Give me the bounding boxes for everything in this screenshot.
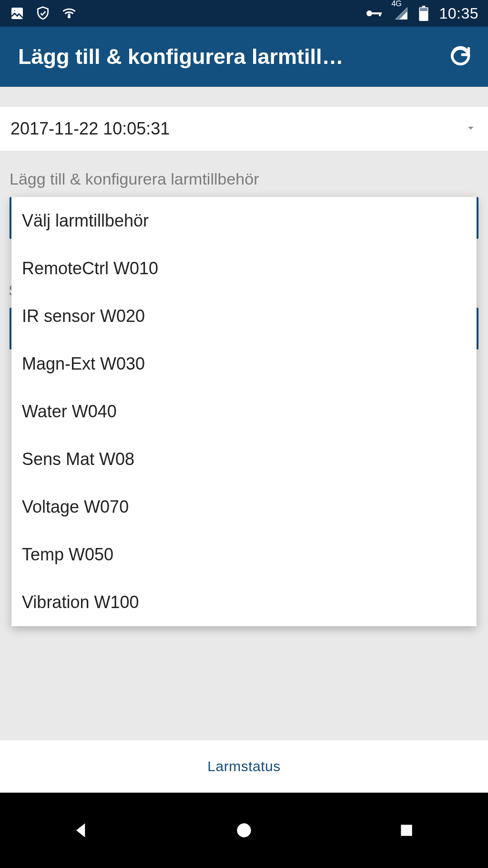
svg-rect-8 — [420, 8, 427, 11]
vpn-key-icon — [365, 8, 384, 19]
dropdown-option-label: IR sensor W020 — [22, 306, 145, 326]
screen-root: 4G 10:35 Lägg till & konfigurera larmtil… — [0, 0, 488, 868]
dropdown-option-label: Voltage W070 — [22, 497, 129, 517]
app-bar: Lägg till & konfigurera larmtill… — [0, 27, 488, 87]
dropdown-option-label: Temp W050 — [22, 545, 113, 565]
dropdown-option-label: Sens Mat W08 — [22, 449, 134, 469]
dropdown-option-label: RemoteCtrl W010 — [22, 258, 158, 279]
spacer — [0, 87, 488, 107]
svg-rect-7 — [422, 6, 425, 7]
page-title: Lägg till & konfigurera larmtill… — [18, 44, 447, 69]
dropdown-option[interactable]: RemoteCtrl W010 — [11, 245, 477, 292]
wifi-lock-icon — [61, 5, 77, 21]
svg-point-1 — [13, 10, 16, 12]
system-nav-bar — [0, 793, 488, 868]
status-time: 10:35 — [439, 5, 478, 22]
dropdown-option[interactable]: Sens Mat W08 — [11, 435, 477, 483]
section-label: Lägg till & konfigurera larmtillbehör — [0, 151, 488, 197]
dropdown-option[interactable]: Voltage W070 — [11, 483, 477, 531]
dropdown-option[interactable]: Water W040 — [11, 388, 477, 435]
image-icon — [10, 6, 25, 21]
svg-rect-10 — [401, 825, 412, 836]
dropdown-option-label: Vibration W100 — [22, 592, 139, 612]
svg-rect-2 — [68, 15, 71, 18]
timestamp-row[interactable]: 2017-11-22 10:05:31 — [0, 107, 488, 151]
status-right: 4G 10:35 — [365, 5, 478, 22]
svg-rect-0 — [11, 8, 23, 19]
back-button[interactable] — [34, 806, 129, 854]
status-left — [10, 5, 77, 21]
bottom-nav-label: Larmstatus — [207, 758, 280, 775]
accessory-dropdown: Välj larmtillbehör RemoteCtrl W010 IR se… — [11, 197, 477, 626]
status-bar: 4G 10:35 — [0, 0, 488, 27]
dropdown-option[interactable]: Magn-Ext W030 — [11, 340, 477, 388]
dropdown-option-label: Water W040 — [22, 402, 117, 422]
dropdown-option[interactable]: IR sensor W020 — [11, 292, 477, 340]
chevron-down-icon — [464, 121, 478, 136]
network-label: 4G — [391, 0, 401, 8]
dropdown-option[interactable]: Temp W050 — [11, 531, 477, 579]
dropdown-option-label: Magn-Ext W030 — [22, 354, 145, 374]
dropdown-option-label: Välj larmtillbehör — [22, 211, 149, 231]
recents-button[interactable] — [359, 806, 454, 854]
shield-check-icon — [35, 6, 51, 21]
home-button[interactable] — [196, 806, 292, 854]
svg-point-9 — [237, 823, 251, 837]
bottom-nav[interactable]: Larmstatus — [0, 740, 488, 793]
timestamp-value: 2017-11-22 10:05:31 — [10, 119, 170, 139]
dropdown-option[interactable]: Välj larmtillbehör — [11, 197, 477, 245]
signal-4g-icon: 4G — [394, 6, 408, 21]
dropdown-option[interactable]: Vibration W100 — [11, 579, 477, 626]
svg-rect-5 — [379, 12, 381, 16]
battery-icon — [419, 6, 428, 21]
refresh-button[interactable] — [447, 43, 474, 70]
